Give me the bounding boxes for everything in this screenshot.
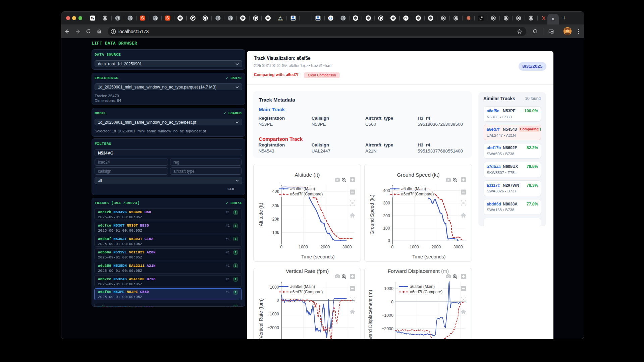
svg-text:10k: 10k <box>272 230 279 235</box>
svg-text:1000: 1000 <box>410 245 419 249</box>
svg-text:200: 200 <box>383 214 390 218</box>
svg-text:20k: 20k <box>272 217 279 222</box>
svg-text:300: 300 <box>383 201 390 206</box>
svg-text:S: S <box>141 16 144 20</box>
svg-text:0: 0 <box>391 299 393 304</box>
svg-text:Time (seconds): Time (seconds) <box>413 254 446 259</box>
svg-text:a6af5e (Main): a6af5e (Main) <box>401 187 426 191</box>
svg-text:Forward Displacement (m): Forward Displacement (m) <box>368 290 373 339</box>
svg-text:a6af5e (Main): a6af5e (Main) <box>410 284 435 289</box>
svg-text:a6ed7f (Compare): a6ed7f (Compare) <box>290 289 323 294</box>
svg-text:a6ed7f (Compare): a6ed7f (Compare) <box>401 192 434 197</box>
svg-text:0: 0 <box>391 245 394 249</box>
svg-text:0: 0 <box>280 245 283 249</box>
svg-text:400: 400 <box>383 188 390 193</box>
svg-text:3000: 3000 <box>342 245 352 249</box>
svg-text:−1000: −1000 <box>267 311 279 316</box>
svg-text:a6ed7f (Compare): a6ed7f (Compare) <box>410 289 442 294</box>
svg-text:W: W <box>91 16 95 20</box>
svg-text:Forward Displacement (m): Forward Displacement (m) <box>388 268 449 274</box>
svg-text:Altitude (ft): Altitude (ft) <box>295 172 320 178</box>
svg-text:−2000: −2000 <box>382 326 393 331</box>
svg-text:Vertical Rate (fpm): Vertical Rate (fpm) <box>258 298 264 339</box>
svg-text:0: 0 <box>388 238 390 243</box>
svg-text:1000: 1000 <box>299 245 308 249</box>
svg-text:a6af5e (Main): a6af5e (Main) <box>290 187 315 191</box>
svg-text:−3000: −3000 <box>267 339 279 339</box>
svg-text:2000: 2000 <box>321 245 330 249</box>
svg-text:1000: 1000 <box>270 285 279 290</box>
svg-text:a6ed7f (Compare): a6ed7f (Compare) <box>290 192 323 197</box>
svg-text:Ground Speed (kt): Ground Speed (kt) <box>369 195 375 235</box>
svg-text:2000: 2000 <box>432 245 441 249</box>
svg-text:100: 100 <box>383 226 390 231</box>
svg-text:S: S <box>166 16 169 20</box>
svg-text:Ground Speed (kt): Ground Speed (kt) <box>397 172 440 178</box>
svg-text:−1000: −1000 <box>382 313 393 317</box>
svg-text:0: 0 <box>277 298 279 303</box>
svg-text:Time (seconds): Time (seconds) <box>302 254 335 259</box>
svg-text:G: G <box>329 16 332 20</box>
svg-text:a6af5e (Main): a6af5e (Main) <box>290 284 315 289</box>
svg-text:30k: 30k <box>272 203 279 208</box>
svg-text:OI: OI <box>404 16 407 20</box>
svg-text:−2000: −2000 <box>267 325 279 330</box>
svg-text:3000: 3000 <box>453 245 463 249</box>
svg-text:Vertical Rate (fpm): Vertical Rate (fpm) <box>286 268 329 274</box>
svg-text:40k: 40k <box>272 189 279 194</box>
svg-text:1000: 1000 <box>384 286 394 291</box>
svg-text:Altitude (ft): Altitude (ft) <box>258 203 264 226</box>
